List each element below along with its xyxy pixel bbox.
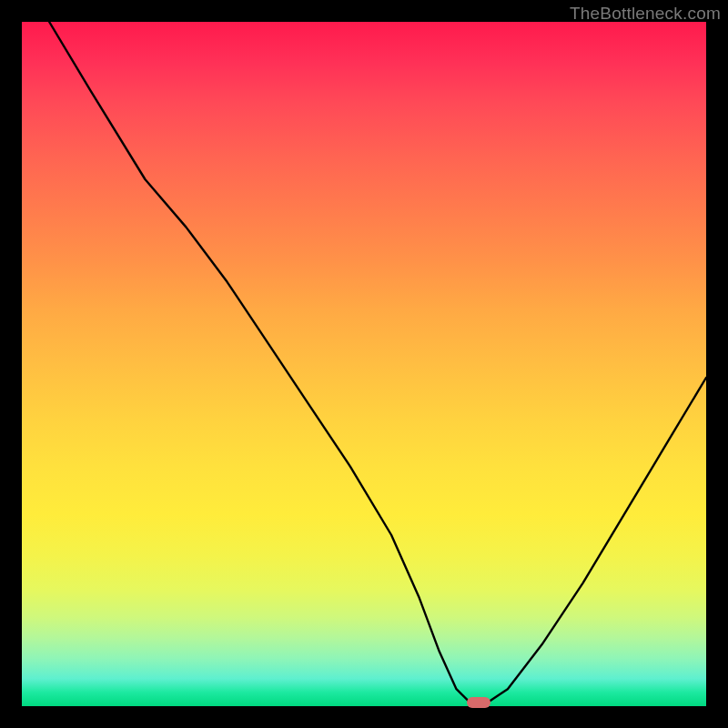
chart-frame: TheBottleneck.com (0, 0, 728, 728)
plot-area (22, 22, 706, 706)
watermark-text: TheBottleneck.com (570, 4, 721, 24)
bottleneck-curve (22, 22, 706, 706)
optimal-marker (467, 697, 490, 708)
